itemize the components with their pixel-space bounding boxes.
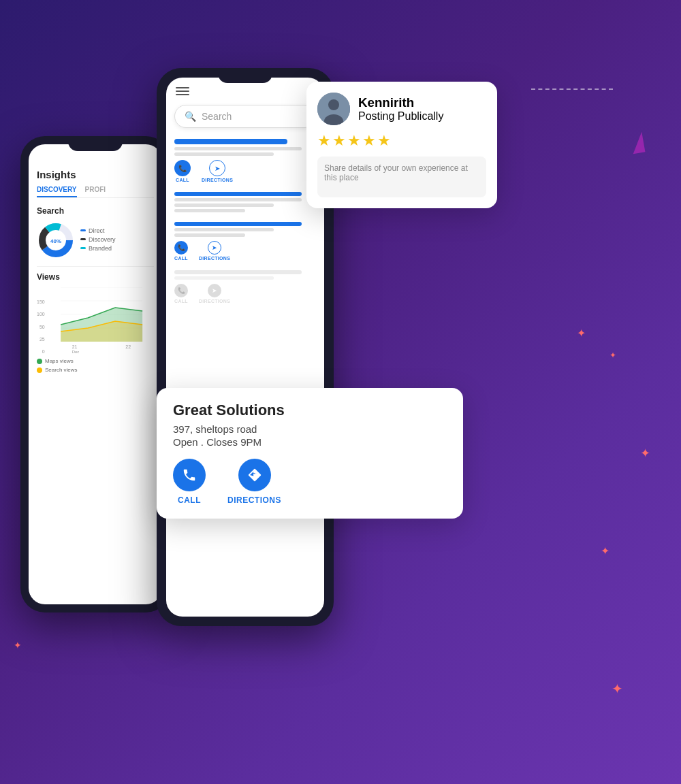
call-button[interactable]: CALL — [173, 459, 206, 505]
insights-title: Insights — [37, 169, 154, 180]
ham-line-3 — [176, 94, 189, 95]
result-title-bar-3 — [174, 222, 302, 226]
directions-label-1: DIRECTIONS — [202, 178, 233, 182]
chart-legend: Maps views Search views — [37, 358, 154, 373]
call-label-1: CALL — [176, 178, 189, 182]
directions-label-4: DIRECTIONS — [199, 299, 230, 304]
directions-button-icon — [238, 459, 271, 491]
purple-triangle-icon — [630, 132, 646, 154]
result-line-2c — [174, 209, 245, 212]
views-section-title: Views — [37, 272, 154, 282]
ham-line-1 — [176, 87, 189, 88]
reviewer-info: Kennirith Posting Publically — [317, 93, 486, 125]
y-label-0: 0 — [37, 349, 45, 354]
call-action-1[interactable]: 📞 CALL — [174, 160, 191, 182]
business-card: Great Solutions 397, sheltops road Open … — [157, 388, 463, 519]
result-actions-3: 📞 CALL ➤ DIRECTIONS — [174, 241, 316, 261]
call-button-label: CALL — [178, 495, 201, 505]
x-label-22: 22 — [125, 344, 131, 354]
result-line-1b — [174, 152, 274, 156]
reviewer-avatar — [317, 93, 350, 125]
result-title-bar-1 — [174, 139, 287, 144]
call-icon-4: 📞 — [174, 284, 188, 297]
search-bar[interactable]: 🔍 Search — [174, 105, 316, 128]
business-name: Great Solutions — [173, 402, 447, 419]
directions-action-4: ➤ DIRECTIONS — [199, 284, 230, 304]
result-line-3b — [174, 233, 245, 237]
result-title-bar-2 — [174, 192, 302, 196]
directions-action-1[interactable]: ➤ DIRECTIONS — [202, 160, 233, 182]
hamburger-menu[interactable] — [176, 87, 316, 95]
sparkle-icon-5 — [612, 681, 623, 697]
call-label-4: CALL — [174, 299, 188, 304]
directions-action-3[interactable]: ➤ DIRECTIONS — [199, 241, 230, 261]
y-label-25: 25 — [37, 337, 45, 342]
svg-text:40%: 40% — [50, 238, 61, 244]
y-label-100: 100 — [37, 312, 45, 316]
donut-legend: Direct Discovery Branded — [80, 227, 116, 254]
search-icon: 🔍 — [185, 111, 196, 122]
sparkle-icon-3 — [640, 446, 650, 461]
business-address: 397, sheltops road — [173, 423, 447, 435]
review-textarea[interactable]: Share details of your own experience at … — [317, 157, 486, 197]
donut-chart: 40% — [37, 221, 75, 259]
result-line-2a — [174, 198, 302, 201]
search-section-title: Search — [37, 206, 154, 216]
line-chart-svg — [49, 287, 154, 342]
search-phone-screen: 🔍 Search 📞 CALL ➤ DIRECTIONS — [166, 78, 324, 617]
ham-line-2 — [176, 91, 189, 92]
directions-button[interactable]: DIRECTIONS — [227, 459, 281, 505]
search-result-1: 📞 CALL ➤ DIRECTIONS — [174, 139, 316, 182]
phone-notch-left — [68, 136, 123, 151]
tab-discovery[interactable]: DISCOVERY — [37, 186, 77, 197]
y-label-50: 50 — [37, 325, 45, 329]
legend-search-views: Search views — [45, 367, 78, 373]
result-actions-1: 📞 CALL ➤ DIRECTIONS — [174, 160, 316, 182]
search-result-4: 📞 CALL ➤ DIRECTIONS — [174, 270, 316, 304]
views-chart: 150 100 50 25 0 — [37, 287, 154, 354]
result-line-4a — [174, 276, 274, 280]
result-title-bar-4 — [174, 270, 302, 274]
call-button-icon — [173, 459, 206, 491]
insights-phone: Insights DISCOVERY PROFI Search 40% Dir — [20, 136, 170, 612]
call-action-3[interactable]: 📞 CALL — [174, 241, 188, 261]
sparkle-icon-1 — [577, 327, 586, 340]
star-rating[interactable]: ★ ★ ★ ★ ★ — [317, 132, 486, 150]
sparkle-icon-4 — [601, 544, 609, 557]
star-3: ★ — [347, 132, 361, 150]
legend-maps-views: Maps views — [45, 358, 74, 364]
reviewer-text: Kennirith Posting Publically — [358, 95, 443, 122]
business-actions: CALL DIRECTIONS — [173, 459, 447, 505]
result-line-3a — [174, 228, 274, 231]
call-action-4: 📞 CALL — [174, 284, 188, 304]
tab-profile[interactable]: PROFI — [85, 186, 106, 197]
insights-screen: Insights DISCOVERY PROFI Search 40% Dir — [29, 144, 162, 604]
result-line-2b — [174, 203, 274, 207]
review-textarea-placeholder: Share details of your own experience at … — [324, 163, 468, 182]
x-label-21: 21Dec — [72, 344, 80, 354]
result-actions-4: 📞 CALL ➤ DIRECTIONS — [174, 284, 316, 304]
directions-button-label: DIRECTIONS — [227, 495, 281, 505]
star-2: ★ — [332, 132, 346, 150]
review-card: Kennirith Posting Publically ★ ★ ★ ★ ★ S… — [306, 82, 497, 208]
legend-direct: Direct — [89, 227, 105, 234]
sparkle-icon-2 — [609, 350, 616, 360]
call-icon-1: 📞 — [174, 160, 191, 176]
search-result-2 — [174, 192, 316, 212]
directions-icon-4: ➤ — [208, 284, 221, 297]
sparkle-icon-6 — [14, 640, 22, 651]
reviewer-status: Posting Publically — [358, 110, 443, 122]
directions-icon-3: ➤ — [208, 241, 221, 255]
y-label-150: 150 — [37, 299, 45, 304]
insights-tabs: DISCOVERY PROFI — [37, 186, 154, 198]
svg-point-13 — [328, 99, 339, 110]
star-5: ★ — [377, 132, 391, 150]
call-label-3: CALL — [174, 256, 188, 261]
search-result-3: 📞 CALL ➤ DIRECTIONS — [174, 222, 316, 261]
donut-chart-container: 40% Direct Discovery Branded — [37, 221, 154, 259]
star-4: ★ — [362, 132, 376, 150]
result-line-1a — [174, 147, 302, 150]
star-1: ★ — [317, 132, 331, 150]
phone-notch-center — [218, 68, 272, 83]
directions-label-3: DIRECTIONS — [199, 256, 230, 261]
